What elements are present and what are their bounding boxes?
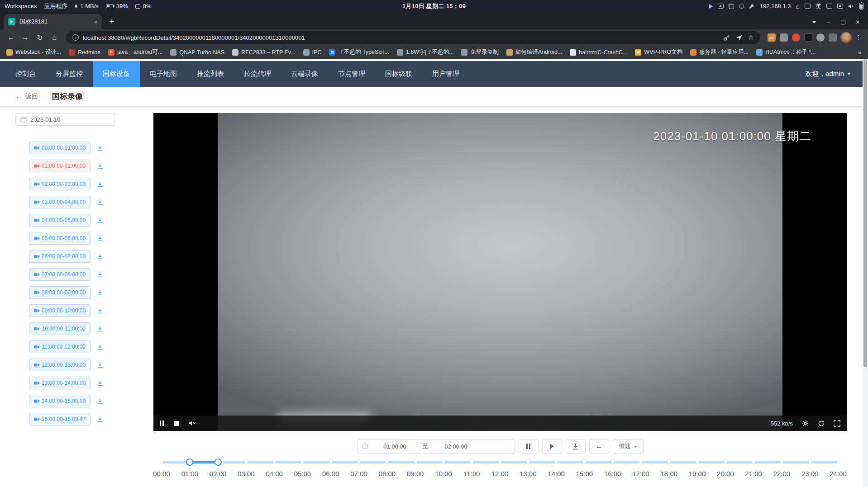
start-time-input[interactable]	[368, 443, 422, 450]
download-icon[interactable]	[97, 217, 103, 223]
display-icon[interactable]	[837, 4, 843, 9]
extension-splitview-icon[interactable]	[829, 33, 837, 42]
download-icon[interactable]	[97, 326, 103, 332]
extension-blocker-icon[interactable]	[792, 33, 800, 42]
browser-tab[interactable]: 国标28181 ×	[4, 14, 102, 29]
play-button[interactable]	[542, 439, 562, 454]
nav-item[interactable]: 节点管理	[328, 61, 375, 87]
seek-back-button[interactable]: ←	[589, 439, 609, 454]
window-maximize-button[interactable]	[838, 18, 848, 27]
tool-icon[interactable]	[749, 3, 755, 9]
back-button[interactable]: ←	[5, 31, 17, 44]
tray-app-icon[interactable]	[805, 4, 811, 9]
reload-button[interactable]: ↻	[33, 31, 46, 44]
scrollbar-thumb[interactable]	[863, 59, 867, 367]
end-time-input[interactable]	[429, 443, 483, 450]
bookmark-item[interactable]: RFC2833 – RTP Ev...	[232, 49, 296, 56]
browser-menu-icon[interactable]: ⋮	[854, 34, 863, 41]
bookmark-item[interactable]: 如何编译Android...	[506, 48, 563, 56]
user-menu[interactable]: 欢迎，admin	[805, 70, 851, 78]
network-speed-indicator[interactable]: 1 MB/s	[75, 3, 98, 9]
input-language-indicator[interactable]: 英	[816, 2, 821, 10]
page-scrollbar[interactable]	[863, 59, 868, 487]
site-info-icon[interactable]: i	[72, 34, 79, 41]
download-icon[interactable]	[97, 398, 103, 404]
segment-button[interactable]: 12:00:00-13:00:00	[29, 359, 91, 371]
media-play-icon[interactable]	[709, 4, 713, 9]
battery-indicator[interactable]: 39%	[106, 3, 128, 9]
player-refresh-icon[interactable]	[818, 420, 825, 427]
player-mute-button[interactable]	[189, 420, 196, 426]
nav-item[interactable]: 云端录像	[281, 61, 328, 87]
window-minimize-button[interactable]: –	[824, 18, 834, 27]
segment-button[interactable]: 09:00:00-10:00:00	[29, 304, 91, 317]
send-to-device-icon[interactable]	[736, 34, 742, 41]
segment-button[interactable]: 11:00:00-12:00:00	[29, 340, 91, 353]
address-bar[interactable]: i localhost:38080/#/gbRecordDetail/34020…	[66, 31, 760, 44]
nav-item[interactable]: 用户管理	[422, 61, 469, 87]
download-icon[interactable]	[97, 380, 103, 386]
segment-button[interactable]: 06:00:00-07:00:00	[29, 250, 91, 263]
password-key-icon[interactable]	[723, 34, 730, 41]
extension-dark-icon[interactable]	[804, 33, 812, 42]
nav-item[interactable]: 分屏监控	[46, 61, 93, 87]
bookmark-item[interactable]: 1.8W字|了不起的...	[397, 48, 453, 56]
nav-item[interactable]: 推流列表	[187, 61, 234, 87]
battery-status-icon[interactable]	[859, 3, 863, 9]
keyboard-layout-icon[interactable]	[826, 4, 832, 9]
download-icon[interactable]	[97, 253, 103, 260]
segment-button[interactable]: 14:00:00-15:00:00	[29, 395, 91, 407]
nav-item[interactable]: 国标设备	[93, 61, 140, 87]
segment-button[interactable]: 04:00:00-05:00:00	[29, 214, 91, 227]
extension-icon[interactable]	[780, 33, 788, 42]
home-icon[interactable]: ⌂	[796, 3, 800, 9]
clock-calendar[interactable]: 1月10日 星期二 15：09	[402, 2, 466, 10]
player-pause-button[interactable]	[160, 421, 164, 426]
forward-button[interactable]: →	[19, 31, 32, 44]
volume-icon[interactable]	[848, 4, 854, 9]
segment-button[interactable]: 15:00:00-15:09:47	[29, 413, 91, 426]
bookmark-item[interactable]: IPC	[303, 49, 322, 56]
bookmark-item[interactable]: Webstack - 设计...	[6, 48, 61, 56]
record-date-input[interactable]	[30, 116, 110, 123]
player-stop-button[interactable]	[174, 421, 179, 426]
segment-button[interactable]: 03:00:00-04:00:00	[29, 196, 91, 208]
profile-avatar[interactable]	[840, 32, 852, 43]
record-date-picker[interactable]	[15, 113, 115, 126]
tab-search-button[interactable]	[809, 18, 819, 27]
segment-button[interactable]: 08:00:00-09:00:00	[29, 286, 91, 299]
browser-home-button[interactable]: ⌂	[48, 31, 61, 44]
segment-button[interactable]: 07:00:00-08:00:00	[29, 268, 91, 281]
speed-dropdown[interactable]: 倍速	[613, 439, 644, 454]
usage-indicator[interactable]: 8%	[135, 3, 152, 9]
applications-menu[interactable]: 应用程序	[44, 2, 67, 10]
segment-button[interactable]: 01:00:00-02:00:00	[29, 160, 91, 172]
nav-item[interactable]: 控制台	[5, 61, 46, 87]
bookmarks-overflow-icon[interactable]: »	[858, 48, 862, 56]
timeline-track[interactable]	[162, 461, 838, 463]
bookmark-item[interactable]: HDAtmos :: 种子 °...	[756, 48, 816, 56]
download-icon[interactable]	[97, 163, 103, 169]
player-fullscreen-icon[interactable]	[834, 420, 840, 427]
download-icon[interactable]	[97, 145, 103, 151]
nav-item[interactable]: 拉流代理	[234, 61, 281, 87]
download-icon[interactable]	[97, 344, 103, 350]
bookmark-item[interactable]: 服务器 - 轻量应用...	[690, 48, 749, 56]
download-icon[interactable]	[97, 235, 103, 241]
bookmark-item[interactable]: 知了不起的 TypeScri...	[329, 48, 389, 56]
download-icon[interactable]	[97, 271, 103, 278]
time-range-picker[interactable]: 至	[357, 439, 515, 454]
pause-button[interactable]	[519, 439, 539, 454]
workspaces-menu[interactable]: Workspaces	[5, 3, 37, 9]
new-tab-button[interactable]: +	[105, 15, 119, 28]
player-settings-icon[interactable]	[802, 420, 809, 427]
download-button[interactable]	[566, 439, 586, 454]
segment-button[interactable]: 00:00:00-01:00:00	[29, 142, 91, 154]
segment-button[interactable]: 02:00:00-03:00:00	[29, 178, 91, 190]
bookmark-item[interactable]: 免登录复制	[461, 48, 499, 56]
download-icon[interactable]	[97, 181, 103, 187]
timeline-end-handle[interactable]	[215, 459, 222, 466]
bookmark-item[interactable]: hairrrrr/C-CrashC...	[570, 49, 627, 56]
record-icon[interactable]	[739, 4, 744, 9]
ip-address[interactable]: 192.168.1.3	[760, 3, 791, 9]
